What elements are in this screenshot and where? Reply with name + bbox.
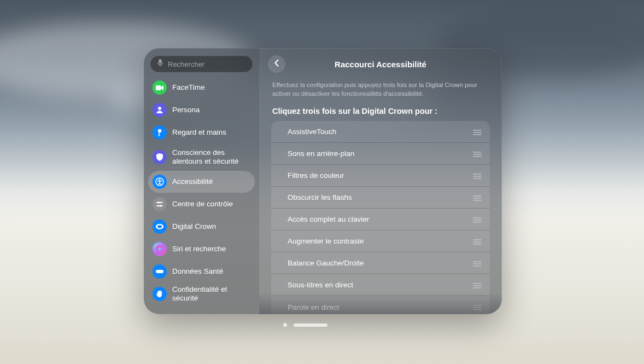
sidebar-item-label: Siri et recherche [172,245,226,253]
svg-point-10 [155,245,164,253]
shield-icon [153,150,167,164]
sidebar-item-label: Données Santé [172,267,223,276]
sidebar-item-accessibilite[interactable]: Accessibilité [148,171,255,193]
shortcut-row-label: Sous-titres en direct [288,281,472,289]
reorder-handle-icon[interactable] [472,281,482,289]
sidebar-item-siri-recherche[interactable]: Siri et recherche [148,238,255,260]
sliders-icon [153,197,167,211]
shortcut-row-label: Balance Gauche/Droite [288,259,472,267]
page-indicator [283,323,327,327]
sidebar-item-label: Persona [172,106,200,114]
sidebar-item-label: Regard et mains [172,128,226,137]
sidebar-item-centre-controle[interactable]: Centre de contrôle [148,193,255,215]
svg-rect-1 [156,85,161,90]
reorder-handle-icon[interactable] [472,238,482,245]
sidebar-item-conscience[interactable]: Conscience des alentours et sécurité [148,144,255,170]
shortcut-row-label: Augmenter le contraste [288,237,472,245]
shortcut-row[interactable]: Sons en arrière-plan [271,143,490,165]
sidebar-item-label: Confidentialité et sécurité [172,285,250,302]
video-icon [153,80,167,95]
reorder-handle-icon[interactable] [472,194,482,201]
back-button[interactable] [268,55,285,73]
sidebar-item-label: Accessibilité [172,177,213,186]
shortcut-row[interactable]: Balance Gauche/Droite [271,252,490,274]
sidebar-item-digital-crown[interactable]: Digital Crown [148,216,255,238]
shortcut-row[interactable]: Filtres de couleur [271,165,490,187]
sidebar-item-label: Conscience des alentours et sécurité [172,148,250,165]
sidebar: FaceTimePersonaRegard et mainsConscience… [144,48,259,314]
page-bar [294,323,327,327]
shortcut-row[interactable]: Parole en direct [271,296,490,314]
shortcut-row[interactable]: Accès complet au clavier [271,209,490,230]
sidebar-item-label: Centre de contrôle [172,200,233,209]
sidebar-item-label: Digital Crown [172,222,216,231]
section-title: Cliquez trois fois sur la Digital Crown … [272,107,489,115]
svg-rect-0 [159,59,162,63]
sidebar-item-persona[interactable]: Persona [148,99,255,121]
main-panel: Raccourci Accessibilité Effectuez la con… [259,48,502,314]
reorder-handle-icon[interactable] [472,303,482,311]
shortcut-row-label: Sons en arrière-plan [288,149,472,158]
shortcut-row[interactable]: Obscurcir les flashs [271,187,490,209]
shortcut-row-label: Filtres de couleur [288,171,472,180]
crown-icon [153,219,167,234]
shortcut-row-label: Parole en direct [288,303,472,311]
accessibility-icon [153,175,167,189]
svg-rect-11 [156,270,163,273]
page-title: Raccourci Accessibilité [335,60,426,69]
sidebar-item-regard-mains[interactable]: Regard et mains [148,122,255,143]
settings-window: FaceTimePersonaRegard et mainsConscience… [144,48,502,314]
main-header: Raccourci Accessibilité [271,56,490,72]
svg-point-2 [158,107,161,110]
page-dot [283,323,287,327]
sidebar-item-label: FaceTime [172,83,205,92]
hint-text: Effectuez la configuration puis appuyez … [272,81,489,98]
siri-icon [153,242,167,256]
svg-point-5 [159,179,161,181]
sidebar-item-confidentialite[interactable]: Confidentialité et sécurité [148,283,255,305]
shortcut-row[interactable]: Sous-titres en direct [271,274,490,296]
search-input[interactable] [168,60,259,68]
svg-point-7 [160,205,162,207]
shortcut-row-label: Accès complet au clavier [288,215,472,223]
reorder-handle-icon[interactable] [472,216,482,223]
chevron-left-icon [274,59,279,69]
microphone-icon [157,59,163,70]
shortcut-row[interactable]: AssistiveTouch [271,121,490,143]
reorder-handle-icon[interactable] [472,259,482,267]
hand-raised-icon [153,287,167,301]
shortcut-row[interactable]: Augmenter le contraste [271,230,490,252]
shortcut-list: AssistiveTouchSons en arrière-planFiltre… [271,121,490,314]
svg-point-3 [158,129,161,132]
shortcut-row-label: AssistiveTouch [288,128,472,136]
sidebar-item-donnees-sante[interactable]: Données Santé [148,261,255,282]
persona-icon [153,103,167,117]
svg-point-9 [157,225,162,228]
shortcut-row-label: Obscurcir les flashs [288,193,472,201]
reorder-handle-icon[interactable] [472,172,482,180]
reorder-handle-icon[interactable] [472,150,482,158]
search-field[interactable] [150,56,253,72]
health-icon [153,264,167,279]
sidebar-item-facetime[interactable]: FaceTime [148,77,255,99]
svg-point-6 [157,201,160,204]
reorder-handle-icon[interactable] [472,128,482,136]
hand-icon [153,125,167,140]
